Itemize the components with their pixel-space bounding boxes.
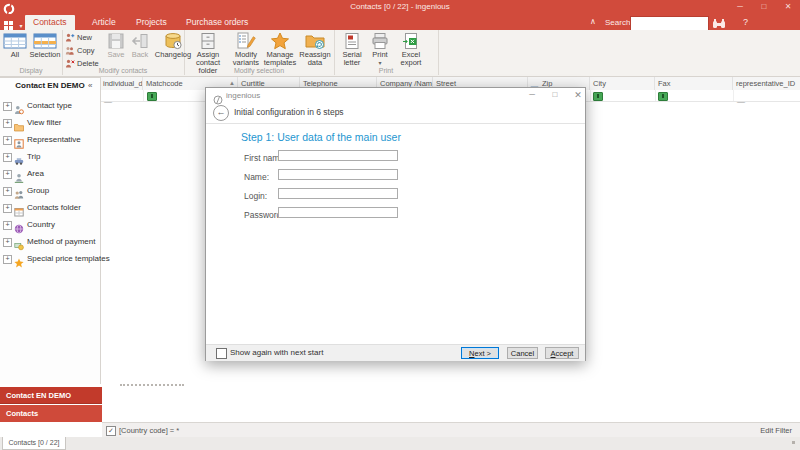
resize-grip[interactable] <box>792 441 795 444</box>
ribbon: All Selection Display New Copy Delete <box>0 30 800 77</box>
tab-purchase-orders[interactable]: Purchase orders <box>178 15 256 30</box>
sidebar-item-group[interactable]: + Group <box>0 182 100 199</box>
nav-panel-contact-en-demo[interactable]: Contact EN DEMO <box>0 387 102 404</box>
copy-contact-button[interactable]: Copy <box>65 45 95 57</box>
dialog-app-name: ingenious <box>226 91 260 100</box>
show-again-label: Show again with next start <box>230 348 323 357</box>
login-field[interactable] <box>278 188 398 199</box>
ribbon-group-modify-contacts: New Copy Delete Save Back <box>62 30 185 75</box>
filter-enabled-checkbox[interactable]: ✓ <box>106 426 116 436</box>
sidebar-panel: Contact EN DEMO « + Contact type + View … <box>0 77 101 384</box>
ribbon-group-display: All Selection Display <box>0 30 63 75</box>
search-label: Search: <box>605 18 633 27</box>
maximize-button[interactable]: □ <box>757 2 771 11</box>
save-button: Save <box>104 32 128 59</box>
tab-projects[interactable]: Projects <box>128 15 175 30</box>
collapse-sidebar-icon[interactable]: « <box>88 79 92 92</box>
sidebar-item-special-price-templates[interactable]: + Special price templates <box>0 250 100 267</box>
manage-templates-button[interactable]: Manage templates <box>262 32 298 67</box>
close-button[interactable]: ✕ <box>781 2 795 11</box>
table-selection-icon <box>28 32 62 51</box>
tab-contacts-count[interactable]: Contacts [0 / 22] <box>2 437 66 450</box>
next-button[interactable]: Next > <box>461 347 499 359</box>
column-header-representative-id[interactable]: representative_ID <box>733 77 800 90</box>
excel-export-button[interactable]: Excel export <box>394 32 428 67</box>
sidebar-item-area[interactable]: + Area <box>0 165 100 182</box>
password-field[interactable] <box>278 207 398 218</box>
sidebar-item-contact-type[interactable]: + Contact type <box>0 97 100 114</box>
dialog-close-button[interactable]: ✕ <box>572 90 584 100</box>
print-dropdown-caret[interactable]: ▾ <box>366 59 394 67</box>
step-title: Step 1: User data of the main user <box>241 131 401 143</box>
group-label-modify-selection: Modify selection <box>184 67 334 74</box>
print-button[interactable]: Print ▾ <box>366 32 394 67</box>
column-header-city[interactable]: City <box>590 77 655 90</box>
panel-splitter-grip[interactable] <box>120 384 184 388</box>
sidebar-item-method-of-payment[interactable]: + Method of payment <box>0 233 100 250</box>
filter-cell-city[interactable] <box>590 90 656 101</box>
table-all-icon <box>2 32 28 51</box>
filter-operator-icon[interactable] <box>147 92 157 101</box>
minimize-button[interactable]: ─ <box>733 2 747 11</box>
bottom-tab-strip: Contacts [0 / 22] <box>0 437 800 450</box>
edit-filter-link[interactable]: Edit Filter <box>760 426 792 435</box>
window-title: Contacts [0 / 22] - ingenious <box>0 2 800 11</box>
dialog-footer: Show again with next start Next > Cancel… <box>206 344 585 361</box>
tab-contacts[interactable]: Contacts <box>25 15 75 30</box>
sidebar-item-representative[interactable]: + Representative <box>0 131 100 148</box>
dialog-maximize-button[interactable]: □ <box>549 90 561 99</box>
wizard-back-button[interactable]: ← <box>213 105 229 121</box>
group-label-modify-contacts: Modify contacts <box>62 67 184 74</box>
filter-cell-representative-id[interactable]: — <box>733 90 800 101</box>
nav-panel-contacts[interactable]: Contacts <box>0 405 102 422</box>
sidebar-item-contacts-folder[interactable]: + Contacts folder <box>0 199 100 216</box>
login-label: Login: <box>244 191 267 201</box>
accept-button[interactable]: Accept <box>545 347 579 359</box>
filter-operator-icon[interactable] <box>593 92 603 101</box>
sidebar-item-country[interactable]: + Country <box>0 216 100 233</box>
group-label-print: Print <box>334 67 438 74</box>
application-window: Contacts [0 / 22] - ingenious ─ □ ✕ ▾ Co… <box>0 0 800 450</box>
selection-button[interactable]: Selection <box>28 32 62 59</box>
title-bar: Contacts [0 / 22] - ingenious ─ □ ✕ <box>0 0 800 14</box>
all-button[interactable]: All <box>2 32 28 59</box>
filter-operator-icon[interactable] <box>658 92 668 101</box>
menu-caret-icon: ▾ <box>19 23 22 29</box>
star-icon <box>262 32 298 51</box>
ribbon-group-modify-selection: Assign contact folder Modify variants Ma… <box>184 30 335 75</box>
list-pencil-icon <box>230 32 262 51</box>
filter-cell-individual-date-1[interactable]: — <box>100 90 144 101</box>
initial-configuration-dialog: ingenious ─ □ ✕ ← Initial configuration … <box>205 87 586 361</box>
column-header-individual-date-1[interactable]: individual_date_1 <box>100 77 143 90</box>
sidebar-item-trip[interactable]: + Trip <box>0 148 100 165</box>
dialog-header-title: Initial configuration in 6 steps <box>234 107 344 117</box>
column-header-fax[interactable]: Fax <box>655 77 733 90</box>
help-button[interactable]: ? <box>743 17 748 27</box>
printer-icon <box>366 32 394 51</box>
first-name-field[interactable] <box>278 150 398 161</box>
serial-letter-button[interactable]: Serial letter <box>338 32 366 67</box>
tab-article[interactable]: Article <box>84 15 124 30</box>
search-input[interactable] <box>630 16 709 31</box>
collapse-ribbon-icon[interactable]: ∧ <box>590 17 596 26</box>
filter-expression: [Country code] = * <box>119 426 179 435</box>
new-contact-button[interactable]: New <box>65 32 92 44</box>
excel-document-icon <box>394 32 428 51</box>
folder-sync-icon <box>298 32 332 51</box>
sidebar-item-view-filter[interactable]: + View filter <box>0 114 100 131</box>
dialog-title-bar: ingenious ─ □ ✕ <box>206 88 585 102</box>
reassign-data-button[interactable]: Reassign data <box>298 32 332 67</box>
cabinet-icon <box>186 32 230 51</box>
modify-variants-button[interactable]: Modify variants <box>230 32 262 67</box>
name-field[interactable] <box>278 169 398 180</box>
dialog-minimize-button[interactable]: ─ <box>526 90 538 99</box>
back-arrow-icon <box>128 32 152 51</box>
star-icon <box>14 254 24 271</box>
filter-cell-fax[interactable] <box>655 90 734 101</box>
sidebar-header: Contact EN DEMO <box>0 79 100 92</box>
floppy-save-icon <box>104 32 128 51</box>
cancel-button[interactable]: Cancel <box>507 347 538 359</box>
show-again-checkbox[interactable] <box>216 348 227 359</box>
group-label-display: Display <box>0 67 62 74</box>
back-button: Back <box>128 32 152 59</box>
